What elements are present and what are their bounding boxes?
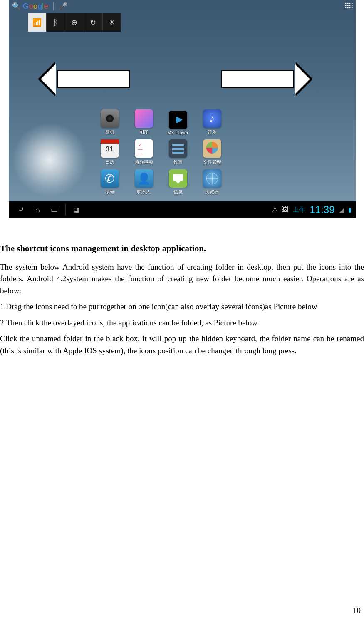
camera-icon [101, 109, 119, 128]
paragraph-step1: 1.Drag the icons need to be put together… [0, 301, 364, 313]
wallpaper-dandelion [12, 122, 87, 197]
bluetooth-toggle[interactable]: ᛒ [47, 13, 65, 32]
app-settings[interactable]: 设置 [161, 135, 195, 165]
paragraph-intro: The system below Android system have the… [0, 261, 364, 297]
app-gallery[interactable]: 图库 [127, 105, 161, 135]
app-browser[interactable]: 浏览器 [195, 165, 229, 195]
app-camera[interactable]: 相机 [93, 105, 127, 135]
paragraph-step2: 2.Then click the overlayed icons, the ap… [0, 317, 364, 329]
separator [65, 204, 66, 215]
battery-icon: ▮ [348, 206, 352, 213]
navigation-bar: ⤶ ⌂ ▭ ▦ ⚠ 🖼 上午 11:39 ◢ ▮ [9, 201, 356, 218]
phone-icon: ✆ [101, 169, 119, 188]
swipe-right-arrow [221, 70, 294, 88]
quick-settings-bar: 📶 ᛒ ⊕ ↻ ☀ [28, 13, 121, 32]
status-bar: 🔍 Google 🎤 ⠿⠿ [9, 0, 356, 12]
swipe-left-arrow [57, 70, 130, 88]
wifi-toggle[interactable]: 📶 [28, 13, 47, 32]
picture-notification-icon[interactable]: 🖼 [282, 206, 289, 213]
time-period: 上午 [293, 206, 305, 214]
app-filemanager[interactable]: 文件管理 [195, 135, 229, 165]
gps-toggle[interactable]: ⊕ [65, 13, 84, 32]
document-body: The shortcut icons management in desktop… [0, 218, 364, 357]
app-mxplayer[interactable]: MX Player [161, 105, 195, 135]
recent-button[interactable]: ▭ [46, 205, 63, 214]
separator [53, 2, 54, 10]
signal-icon: ◢ [339, 206, 344, 214]
app-messages[interactable]: 信息 [161, 165, 195, 195]
android-screenshot: 🔍 Google 🎤 ⠿⠿ 📶 ᛒ ⊕ ↻ ☀ 相机 图库 MX Player … [9, 0, 356, 218]
warning-icon[interactable]: ⚠ [272, 206, 278, 214]
todo-icon [135, 139, 153, 158]
browser-icon [203, 169, 221, 188]
gallery-icon [135, 109, 153, 128]
mxplayer-icon [169, 111, 187, 129]
page-number: 10 [353, 606, 361, 615]
contacts-icon: 👤 [135, 169, 153, 188]
clock-time: 11:39 [310, 204, 334, 216]
music-icon: ♪ [203, 109, 221, 128]
app-music[interactable]: ♪音乐 [195, 105, 229, 135]
home-button[interactable]: ⌂ [30, 206, 46, 214]
sync-toggle[interactable]: ↻ [84, 13, 103, 32]
app-drawer-icon[interactable]: ⠿⠿ [344, 2, 352, 11]
app-contacts[interactable]: 👤联系人 [127, 165, 161, 195]
app-grid: 相机 图库 MX Player ♪音乐 日历 待办事项 设置 文件管理 ✆拨号 … [93, 105, 229, 195]
back-button[interactable]: ⤶ [13, 205, 30, 214]
search-icon[interactable]: 🔍 [12, 2, 21, 11]
screenshot-button[interactable]: ▦ [68, 206, 85, 213]
messages-icon [169, 169, 187, 188]
google-search-text[interactable]: Google [23, 2, 48, 11]
app-todo[interactable]: 待办事项 [127, 135, 161, 165]
calendar-icon [101, 139, 119, 158]
paragraph-note: Click the unnamed folder in the black bo… [0, 333, 364, 357]
settings-icon [169, 139, 187, 158]
filemanager-icon [203, 139, 221, 158]
mic-icon[interactable]: 🎤 [59, 2, 67, 11]
app-calendar[interactable]: 日历 [93, 135, 127, 165]
brightness-toggle[interactable]: ☀ [103, 13, 121, 32]
section-heading: The shortcut icons management in desktop… [0, 242, 364, 255]
app-phone[interactable]: ✆拨号 [93, 165, 127, 195]
